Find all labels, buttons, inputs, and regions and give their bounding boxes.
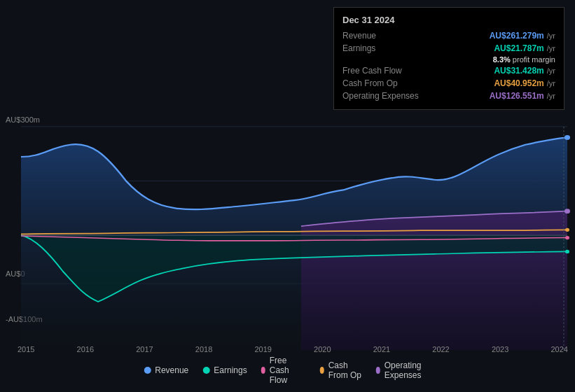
legend-dot-revenue <box>144 367 151 374</box>
tooltip-revenue-row: Revenue AU$261.279m/yr <box>342 29 555 42</box>
tooltip-cashop-row: Cash From Op AU$40.952m/yr <box>342 77 555 90</box>
fcf-value: AU$31.428m/yr <box>494 66 555 76</box>
opex-value: AU$126.551m/yr <box>490 91 555 101</box>
legend-label-opex: Operating Expenses <box>385 360 431 380</box>
fcf-dot <box>565 236 569 239</box>
earnings-label: Earnings <box>342 43 427 53</box>
chart-legend: Revenue Earnings Free Cash Flow Cash Fro… <box>144 356 431 385</box>
legend-dot-cashop <box>320 367 324 374</box>
tooltip-fcf-row: Free Cash Flow AU$31.428m/yr <box>342 64 555 77</box>
x-label-2024: 2024 <box>550 345 567 354</box>
legend-label-revenue: Revenue <box>155 365 188 375</box>
chart-container: Dec 31 2024 Revenue AU$261.279m/yr Earni… <box>0 0 575 392</box>
revenue-value: AU$261.279m/yr <box>490 31 555 41</box>
opex-area <box>301 211 567 350</box>
chart-svg <box>0 108 575 350</box>
x-label-2023: 2023 <box>492 345 508 354</box>
legend-revenue[interactable]: Revenue <box>144 365 188 375</box>
opex-dot <box>564 209 570 214</box>
profit-margin-label: 8.3% profit margin <box>493 55 555 64</box>
tooltip-opex-row: Operating Expenses AU$126.551m/yr <box>342 90 555 102</box>
earnings-dot <box>565 250 569 253</box>
revenue-dot <box>564 135 570 140</box>
cashop-label: Cash From Op <box>342 78 427 88</box>
revenue-label: Revenue <box>342 31 427 41</box>
cashop-value: AU$40.952m/yr <box>494 78 555 88</box>
tooltip-title: Dec 31 2024 <box>342 15 555 25</box>
legend-fcf[interactable]: Free Cash Flow <box>261 356 306 385</box>
x-label-2016: 2016 <box>77 345 94 354</box>
opex-label: Operating Expenses <box>342 91 427 101</box>
x-label-2017: 2017 <box>136 345 153 354</box>
legend-label-cashop: Cash From Op <box>328 360 362 380</box>
legend-dot-earnings <box>202 367 209 374</box>
x-label-2018: 2018 <box>195 345 212 354</box>
legend-dot-fcf <box>261 367 265 374</box>
cashop-dot <box>565 228 569 232</box>
x-label-2015: 2015 <box>18 345 34 354</box>
profit-margin-row: 8.3% profit margin <box>342 55 555 64</box>
x-labels: 2015 2016 2017 2018 2019 2020 2021 2022 … <box>18 345 568 354</box>
tooltip-earnings-row: Earnings AU$21.787m/yr <box>342 42 555 55</box>
tooltip-box: Dec 31 2024 Revenue AU$261.279m/yr Earni… <box>333 7 564 110</box>
legend-label-fcf: Free Cash Flow <box>270 356 306 385</box>
fcf-label: Free Cash Flow <box>342 66 427 76</box>
x-label-2021: 2021 <box>373 345 390 354</box>
earnings-value: AU$21.787m/yr <box>494 43 555 53</box>
x-label-2019: 2019 <box>254 345 271 354</box>
legend-earnings[interactable]: Earnings <box>202 365 247 375</box>
x-label-2022: 2022 <box>432 345 449 354</box>
legend-dot-opex <box>376 367 380 374</box>
x-label-2020: 2020 <box>314 345 331 354</box>
legend-cashop[interactable]: Cash From Op <box>320 360 362 380</box>
legend-opex[interactable]: Operating Expenses <box>376 360 431 380</box>
legend-label-earnings: Earnings <box>214 365 247 375</box>
